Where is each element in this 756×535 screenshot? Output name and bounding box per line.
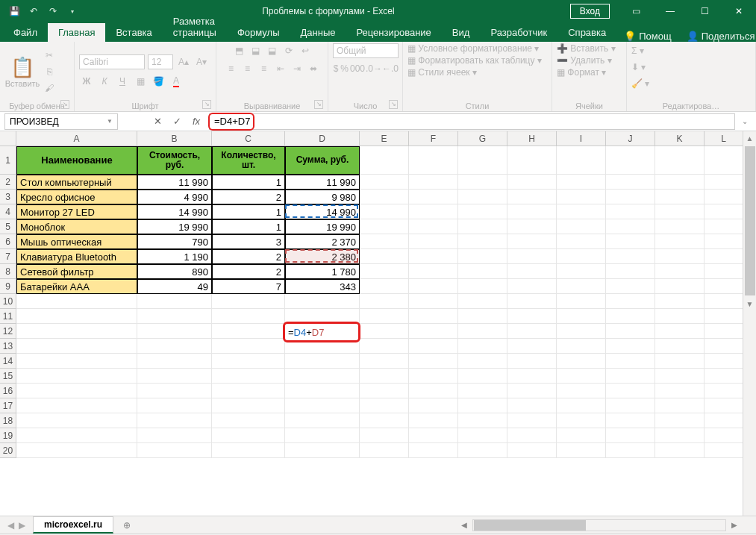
cell[interactable]	[16, 294, 137, 309]
cell[interactable]	[409, 309, 458, 324]
cell[interactable]	[16, 398, 137, 413]
clear-icon[interactable]: 🧹 ▾	[631, 76, 649, 91]
cell[interactable]	[606, 249, 655, 264]
cells-container[interactable]: НаименованиеСтоимость, руб.Количество, ш…	[16, 146, 756, 516]
cell[interactable]	[458, 369, 507, 384]
cell[interactable]	[705, 398, 743, 413]
cell[interactable]	[557, 339, 606, 354]
cell[interactable]: 19 990	[137, 219, 212, 234]
cell[interactable]	[557, 279, 606, 294]
align-middle-icon[interactable]: ⬓	[249, 43, 263, 58]
cell[interactable]	[557, 190, 606, 204]
cell[interactable]	[557, 204, 606, 219]
paste-button[interactable]: 📋 Вставить	[4, 46, 40, 98]
cell[interactable]	[705, 219, 743, 234]
cell[interactable]	[409, 413, 458, 428]
cell[interactable]	[212, 398, 285, 413]
undo-icon[interactable]: ↶	[25, 3, 42, 19]
cell[interactable]	[705, 279, 743, 294]
cell[interactable]	[409, 175, 458, 190]
cell[interactable]	[360, 339, 409, 354]
col-header[interactable]: B	[137, 131, 212, 146]
cell[interactable]: Клавиатура Bluetooth	[16, 249, 137, 264]
cell[interactable]	[409, 354, 458, 369]
cell[interactable]	[507, 309, 557, 324]
editing-cell[interactable]: =D4+D7	[283, 322, 360, 342]
cell[interactable]	[705, 369, 743, 384]
row-header[interactable]: 17	[0, 398, 16, 413]
col-header[interactable]: G	[458, 131, 507, 146]
autosum-icon[interactable]: Σ ▾	[631, 43, 644, 58]
cell[interactable]	[360, 279, 409, 294]
cell[interactable]	[285, 413, 360, 428]
cell[interactable]	[212, 309, 285, 324]
cell[interactable]	[655, 204, 705, 219]
dialog-launcher-icon[interactable]: ↘	[389, 100, 398, 109]
cell[interactable]: 2 380	[285, 249, 360, 264]
cell[interactable]	[655, 354, 705, 369]
cell[interactable]: Сетевой фильтр	[16, 264, 137, 279]
tab-view[interactable]: Вид	[442, 23, 481, 42]
cell[interactable]	[458, 175, 507, 190]
cell[interactable]	[705, 354, 743, 369]
row-header[interactable]: 12	[0, 324, 16, 339]
cell[interactable]	[557, 369, 606, 384]
cell[interactable]: 890	[137, 264, 212, 279]
cell[interactable]	[16, 309, 137, 324]
cell[interactable]: 1	[212, 219, 285, 234]
cell[interactable]	[360, 294, 409, 309]
cell[interactable]	[212, 354, 285, 369]
cell[interactable]	[137, 384, 212, 398]
cell[interactable]	[655, 175, 705, 190]
cell[interactable]	[507, 219, 557, 234]
cell[interactable]	[606, 354, 655, 369]
cell[interactable]: 1	[212, 204, 285, 219]
cell[interactable]	[655, 234, 705, 249]
cell[interactable]	[360, 369, 409, 384]
underline-icon[interactable]: Ч	[115, 74, 130, 89]
scroll-right-icon[interactable]: ▶	[728, 521, 741, 529]
cell[interactable]	[458, 204, 507, 219]
number-format-select[interactable]	[333, 43, 399, 58]
cell[interactable]	[458, 443, 507, 458]
cell[interactable]: 2 370	[285, 234, 360, 249]
cell[interactable]	[507, 354, 557, 369]
cell[interactable]	[458, 398, 507, 413]
cell[interactable]	[458, 413, 507, 428]
cell[interactable]	[557, 309, 606, 324]
cell[interactable]	[409, 428, 458, 443]
cell[interactable]	[557, 443, 606, 458]
cell[interactable]	[212, 428, 285, 443]
cell[interactable]	[16, 369, 137, 384]
cell[interactable]	[137, 309, 212, 324]
cell[interactable]	[557, 413, 606, 428]
cell[interactable]	[655, 428, 705, 443]
cell[interactable]	[705, 204, 743, 219]
comma-icon[interactable]: 000	[350, 61, 365, 76]
horizontal-scrollbar[interactable]: ◀ ▶	[136, 519, 756, 531]
col-header[interactable]: C	[212, 131, 285, 146]
cell[interactable]: 11 990	[285, 175, 360, 190]
cell[interactable]	[557, 175, 606, 190]
tab-developer[interactable]: Разработчик	[480, 23, 557, 42]
cell[interactable]	[409, 146, 458, 175]
cell[interactable]	[285, 428, 360, 443]
row-header[interactable]: 16	[0, 384, 16, 398]
cell[interactable]	[606, 204, 655, 219]
cell[interactable]: Монитор 27 LED	[16, 204, 137, 219]
cell[interactable]: Количество, шт.	[212, 146, 285, 175]
cell[interactable]	[606, 339, 655, 354]
cell[interactable]	[507, 249, 557, 264]
cell[interactable]	[507, 398, 557, 413]
ribbon-display-icon[interactable]: ▭	[619, 0, 653, 22]
fx-icon[interactable]: fx	[187, 113, 206, 130]
cell[interactable]	[507, 369, 557, 384]
cell[interactable]	[409, 249, 458, 264]
cell[interactable]	[705, 249, 743, 264]
fill-color-icon[interactable]: 🪣	[151, 74, 166, 89]
cell[interactable]	[606, 219, 655, 234]
redo-icon[interactable]: ↷	[45, 3, 61, 19]
cell[interactable]	[705, 309, 743, 324]
cell[interactable]	[705, 234, 743, 249]
cell[interactable]: 14 990	[285, 204, 360, 219]
